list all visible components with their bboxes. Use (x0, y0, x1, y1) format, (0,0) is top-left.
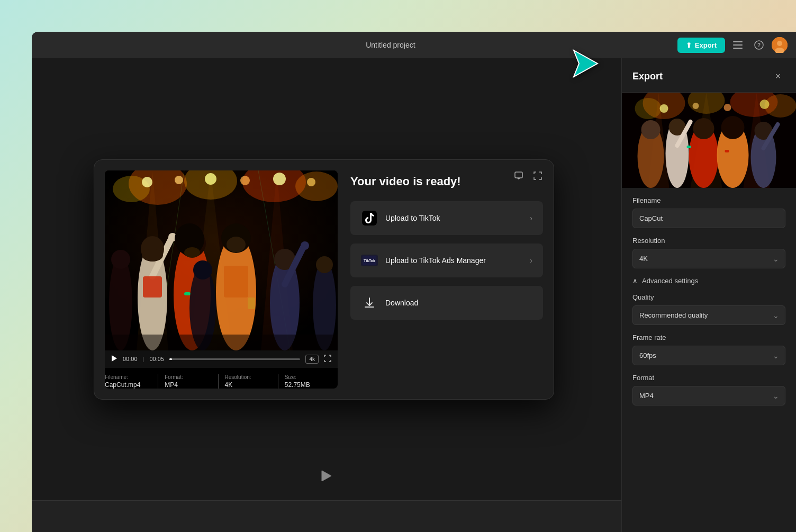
framerate-select-wrapper: 60fps 30fps 24fps (632, 346, 785, 365)
time-separator: | (143, 356, 144, 362)
svg-marker-8 (322, 471, 331, 481)
upload-icon: ⬆ (686, 41, 692, 49)
upload-tiktok-ads-button[interactable]: TikTok Upload to TikTok Ads Manager › (350, 244, 543, 277)
svg-marker-36 (574, 50, 598, 77)
svg-marker-85 (112, 355, 117, 362)
meta-filename: Filename: CapCut.mp4 (105, 374, 158, 389)
svg-point-49 (142, 177, 152, 187)
svg-point-52 (240, 176, 250, 185)
framerate-label: Frame rate (632, 333, 785, 341)
total-duration: 00:05 (149, 356, 164, 362)
svg-point-83 (316, 256, 333, 273)
titlebar: Untitled project ⬆ Export ? (32, 32, 796, 58)
svg-rect-2 (733, 48, 743, 49)
close-export-button[interactable]: × (771, 69, 785, 84)
svg-rect-1 (733, 44, 743, 46)
help-button[interactable]: ? (750, 37, 767, 53)
svg-rect-84 (105, 335, 338, 350)
svg-point-45 (295, 172, 338, 201)
format-group: Format MP4 MOV AVI (632, 374, 785, 405)
play-icon (111, 355, 117, 362)
svg-point-58 (111, 250, 130, 269)
svg-point-50 (175, 176, 183, 184)
meta-size: Size: 52.75MB (278, 374, 338, 389)
svg-point-64 (142, 249, 163, 262)
modal-top-icons (511, 168, 545, 183)
framerate-select[interactable]: 60fps 30fps 24fps (632, 346, 785, 365)
svg-rect-74 (224, 266, 248, 297)
current-time: 00:00 (123, 356, 138, 362)
export-sidebar: Export × (621, 58, 796, 532)
teal-cursor (568, 48, 600, 79)
svg-point-26 (721, 116, 745, 139)
svg-rect-34 (687, 146, 691, 148)
quality-label: Quality (632, 293, 785, 301)
player-play-button[interactable] (111, 355, 117, 364)
tiktok-icon (361, 210, 378, 227)
meta-resolution: Resolution: 4K (219, 374, 278, 389)
svg-point-30 (660, 104, 668, 113)
download-button[interactable]: Download › (350, 286, 543, 320)
video-metadata: Filename: CapCut.mp4 Format: MP4 Resolut… (105, 368, 338, 389)
svg-point-24 (693, 118, 714, 139)
svg-point-69 (184, 247, 200, 258)
upload-tiktok-button[interactable]: Upload to TikTok › (350, 201, 543, 235)
resolution-select[interactable]: 4K 1080p 720p (632, 249, 785, 268)
menu-icon (733, 41, 743, 49)
svg-point-33 (760, 100, 770, 109)
fullscreen-icon (533, 172, 542, 180)
format-label: Format (632, 374, 785, 382)
meta-format: Format: MP4 (158, 374, 218, 389)
quality-select[interactable]: Recommended quality High quality Lower q… (632, 305, 785, 325)
export-modal: 00:00 | 00:05 4k (94, 159, 554, 400)
fullscreen-icon (324, 355, 331, 362)
download-icon-wrapper (361, 294, 378, 311)
progress-fill (169, 358, 172, 360)
progress-bar[interactable] (169, 358, 301, 360)
arrow-right-icon: › (530, 299, 532, 307)
video-player: 00:00 | 00:05 4k (105, 170, 338, 389)
svg-rect-0 (733, 41, 743, 42)
quality-badge: 4k (305, 355, 319, 364)
upload-tiktok-label: Upload to TikTok (385, 214, 440, 222)
modal-feedback-button[interactable] (511, 168, 526, 183)
export-header: Export × (622, 58, 796, 93)
svg-point-54 (307, 178, 315, 186)
export-button[interactable]: ⬆ Export (677, 38, 725, 53)
svg-text:TikTok: TikTok (364, 259, 375, 263)
format-select[interactable]: MP4 MOV AVI (632, 386, 785, 405)
play-icon (321, 470, 332, 482)
timeline-play-button[interactable] (321, 470, 332, 484)
modal-body: 00:00 | 00:05 4k (105, 170, 543, 389)
feedback-icon (514, 172, 523, 180)
tiktok-ads-icon: TikTok (361, 252, 378, 269)
svg-point-51 (205, 173, 216, 185)
avatar[interactable] (772, 37, 788, 53)
modal-fullscreen-button[interactable] (530, 168, 545, 183)
svg-rect-35 (725, 150, 729, 152)
download-label: Download (385, 299, 418, 307)
svg-rect-75 (248, 297, 255, 309)
player-fullscreen-button[interactable] (324, 355, 331, 364)
svg-point-73 (227, 237, 246, 253)
arrow-icon: › (530, 256, 532, 265)
titlebar-actions: ⬆ Export ? (677, 37, 788, 53)
svg-rect-37 (515, 172, 522, 178)
export-panel-title: Export (632, 71, 663, 82)
svg-point-53 (273, 173, 286, 185)
arrow-icon: › (530, 214, 532, 222)
menu-button[interactable] (729, 37, 746, 53)
chevron-up-icon: ∧ (632, 277, 638, 285)
filename-label: Filename (632, 196, 785, 204)
help-icon: ? (754, 40, 764, 50)
svg-point-14 (765, 94, 797, 118)
timeline-bar (32, 500, 621, 532)
quality-select-wrapper: Recommended quality High quality Lower q… (632, 305, 785, 325)
export-form: Filename Resolution 4K 1080p 720p ∧ (622, 188, 796, 532)
filename-input[interactable] (632, 209, 785, 228)
video-controls: 00:00 | 00:05 4k (105, 350, 338, 368)
svg-rect-65 (143, 276, 162, 297)
framerate-group: Frame rate 60fps 30fps 24fps (632, 333, 785, 365)
advanced-settings-toggle[interactable]: ∧ Advanced settings (632, 277, 698, 285)
resolution-select-wrapper: 4K 1080p 720p (632, 249, 785, 268)
